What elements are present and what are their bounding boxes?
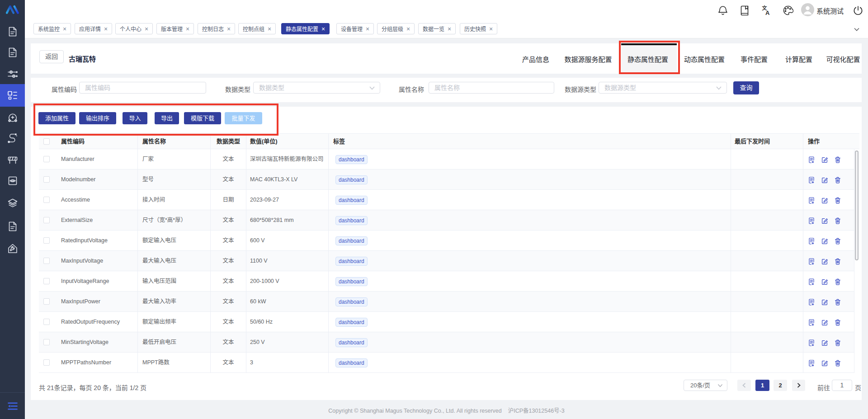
- svg-text:A: A: [765, 9, 770, 15]
